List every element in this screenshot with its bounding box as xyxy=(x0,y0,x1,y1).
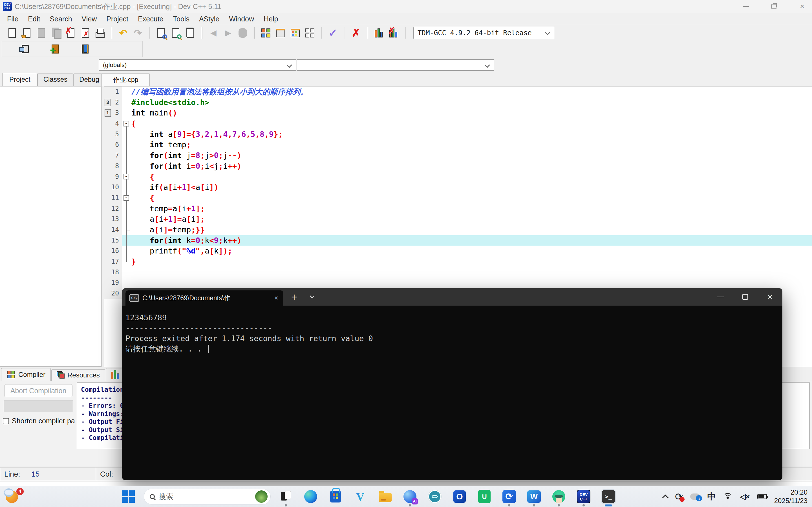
abort-compilation-button[interactable]: Abort Compilation xyxy=(4,384,72,397)
code-line[interactable]: 6 int temp; xyxy=(104,139,812,150)
menu-tools[interactable]: Tools xyxy=(168,15,194,23)
code-line[interactable]: 13 a[i+1]=a[i]; xyxy=(104,214,812,224)
profiling-off-icon[interactable]: ✗ xyxy=(388,26,400,40)
code-line[interactable]: 7 for(int j=8;j>0;j--) xyxy=(104,150,812,161)
code-line[interactable]: 19 xyxy=(104,277,812,288)
fold-box-icon[interactable]: - xyxy=(123,195,129,201)
code-line[interactable]: 10 if(a[i+1]<a[i]) xyxy=(104,182,812,193)
find-in-files-icon[interactable] xyxy=(169,26,182,40)
ime-indicator[interactable]: 中 xyxy=(707,491,716,503)
code-line[interactable]: 12 temp=a[i+1]; xyxy=(104,203,812,214)
print-icon[interactable] xyxy=(94,26,107,40)
insert-icon[interactable] xyxy=(19,43,32,55)
code-line[interactable]: 9- { xyxy=(104,172,812,182)
close-button[interactable]: × xyxy=(798,2,806,11)
terminal-maximize-button[interactable] xyxy=(733,288,758,305)
meeting-app-icon[interactable] xyxy=(552,489,566,504)
undo-icon[interactable]: ↶ xyxy=(117,26,130,40)
stop-execution-icon[interactable]: ✗ xyxy=(350,26,363,40)
code-line[interactable]: 31int main() xyxy=(104,108,812,118)
file-explorer-icon[interactable] xyxy=(378,489,393,504)
window-layout-icon[interactable] xyxy=(303,26,316,40)
goto-bookmark-icon[interactable] xyxy=(79,43,92,55)
code-line[interactable]: 17} xyxy=(104,256,812,267)
menu-edit[interactable]: Edit xyxy=(23,15,45,23)
save-all-icon[interactable] xyxy=(50,26,63,40)
onedrive-icon[interactable]: i xyxy=(690,494,700,500)
terminal-tab-close-icon[interactable]: × xyxy=(273,294,280,302)
menu-help[interactable]: Help xyxy=(259,15,283,23)
project-window-icon[interactable] xyxy=(274,26,287,40)
redo-icon[interactable]: ↷ xyxy=(132,26,144,40)
task-view-icon[interactable] xyxy=(278,489,293,504)
start-button[interactable] xyxy=(121,489,136,504)
restore-button[interactable] xyxy=(770,2,778,11)
compiler-select[interactable]: TDM-GCC 4.9.2 64-bit Release xyxy=(413,27,554,39)
menu-file[interactable]: File xyxy=(2,15,23,23)
globals-dropdown[interactable]: (globals) xyxy=(99,59,296,71)
add-bookmark-icon[interactable]: + xyxy=(49,43,62,55)
clock[interactable]: 20:20 2025/11/23 xyxy=(774,488,808,505)
menu-execute[interactable]: Execute xyxy=(133,15,168,23)
sync-tray-icon[interactable]: ⟳ xyxy=(675,492,683,501)
menu-view[interactable]: View xyxy=(77,15,102,23)
fold-box-icon[interactable]: - xyxy=(123,121,129,126)
edge-icon[interactable] xyxy=(303,489,318,504)
new-file-icon[interactable] xyxy=(6,26,18,40)
bottom-tab-resources[interactable]: Resources xyxy=(51,369,105,381)
devcpp-icon[interactable]: DEVC++ xyxy=(576,489,591,504)
project-panel[interactable] xyxy=(0,86,101,367)
open-file-icon[interactable] xyxy=(20,26,33,40)
tab-debug[interactable]: Debug xyxy=(73,73,105,86)
menu-window[interactable]: Window xyxy=(224,15,259,23)
code-line[interactable]: 15 for(int k=0;k<9;k++) xyxy=(104,235,812,246)
close-all-icon[interactable]: ✗ xyxy=(79,26,92,40)
green-shop-icon[interactable]: ∪ xyxy=(477,489,492,504)
outlook-icon[interactable]: O xyxy=(452,489,467,504)
terminal-title-bar[interactable]: C:\ C:\Users\28769\Documents\作 × + × xyxy=(122,288,782,305)
code-line[interactable]: 11- { xyxy=(104,193,812,203)
forward-icon[interactable]: ▶ xyxy=(221,26,235,40)
replace-icon[interactable] xyxy=(184,26,197,40)
bottom-tab-compiler[interactable]: Compiler xyxy=(1,368,51,381)
v-app-icon[interactable]: V xyxy=(353,489,368,504)
wifi-icon[interactable] xyxy=(723,493,732,500)
sync-app-icon[interactable]: ⟳ xyxy=(502,489,516,504)
terminal-minimize-button[interactable] xyxy=(708,288,733,305)
find-icon[interactable] xyxy=(154,26,167,40)
eye-care-icon[interactable] xyxy=(427,489,442,504)
code-line[interactable]: 18 xyxy=(104,267,812,278)
code-line[interactable]: 14 a[i]=temp;}} xyxy=(104,224,812,235)
word-icon[interactable]: W xyxy=(527,489,541,504)
members-dropdown[interactable] xyxy=(297,59,494,71)
minimize-button[interactable] xyxy=(742,2,750,11)
search-box[interactable]: 搜索 xyxy=(144,489,271,504)
new-tab-button[interactable]: + xyxy=(291,291,297,303)
fold-box-icon[interactable]: - xyxy=(123,174,129,179)
editor-tab[interactable]: 作业.cpp xyxy=(101,73,150,86)
terminal-close-button[interactable]: × xyxy=(758,288,782,305)
battery-icon[interactable] xyxy=(757,494,767,499)
code-line[interactable]: 5 int a[9]={3,2,1,4,7,6,5,8,9}; xyxy=(104,129,812,140)
new-project-icon[interactable] xyxy=(259,26,272,40)
tab-classes[interactable]: Classes xyxy=(38,73,73,86)
tab-dropdown-icon[interactable] xyxy=(310,294,315,298)
menu-search[interactable]: Search xyxy=(45,15,77,23)
shorten-paths-checkbox[interactable] xyxy=(3,418,9,424)
close-file-icon[interactable]: ✗ xyxy=(64,26,77,40)
volume-muted-icon[interactable]: ◁× xyxy=(740,492,750,501)
project-options-icon[interactable] xyxy=(289,26,302,40)
tray-chevron-icon[interactable] xyxy=(663,493,668,500)
menu-project[interactable]: Project xyxy=(101,15,133,23)
goto-icon[interactable] xyxy=(236,26,249,40)
terminal-output[interactable]: 123456789-------------------------------… xyxy=(122,305,782,480)
store-icon[interactable] xyxy=(328,489,343,504)
back-icon[interactable]: ◀ xyxy=(207,26,220,40)
terminal-icon[interactable]: >_ xyxy=(601,489,616,504)
terminal-tab[interactable]: C:\ C:\Users\28769\Documents\作 × xyxy=(125,290,283,305)
save-icon[interactable] xyxy=(35,26,48,40)
code-line[interactable]: 4-{ xyxy=(104,118,812,129)
weather-widget[interactable]: 4 xyxy=(4,488,24,505)
compile-icon[interactable]: ✓ xyxy=(326,26,340,40)
ai-app-icon[interactable]: AI xyxy=(403,489,417,504)
